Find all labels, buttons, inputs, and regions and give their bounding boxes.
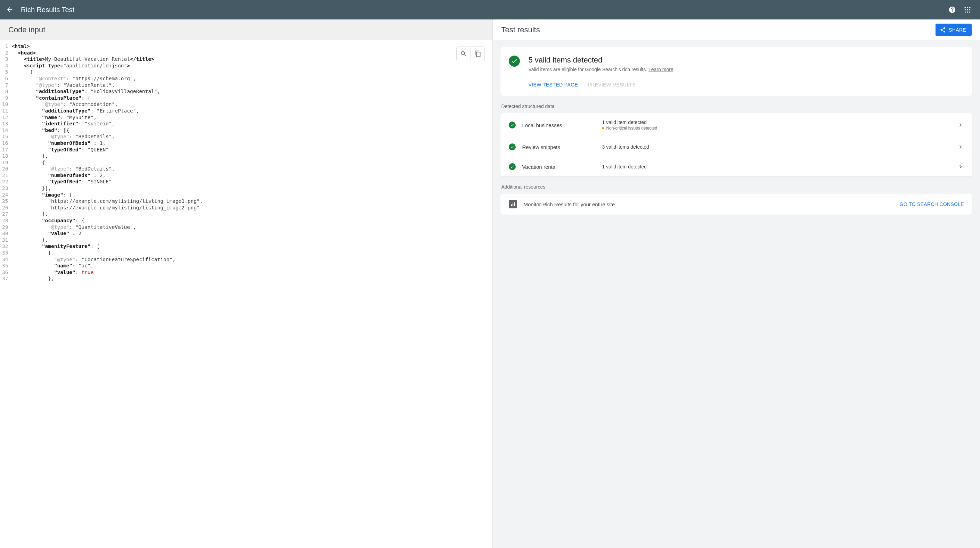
resource-card: Monitor Rich Results for your entire sit… [500, 194, 972, 214]
go-to-console-button[interactable]: GO TO SEARCH CONSOLE [900, 202, 964, 207]
code-panel: Code input 12345678910111213141516171819… [0, 19, 493, 548]
line-gutter: 1234567891011121314151617181920212223242… [0, 43, 11, 282]
detected-row[interactable]: Local businesses1 valid item detectedNon… [500, 113, 972, 137]
view-tested-page-button[interactable]: VIEW TESTED PAGE [528, 82, 578, 87]
svg-rect-10 [512, 203, 513, 206]
chevron-right-icon [957, 143, 964, 150]
share-icon [940, 27, 946, 33]
success-badge [509, 56, 520, 67]
code-editor[interactable]: 1234567891011121314151617181920212223242… [0, 40, 492, 548]
copy-icon [474, 50, 481, 57]
search-icon [460, 50, 467, 57]
row-check-icon [509, 143, 516, 150]
apps-icon [964, 6, 971, 13]
code-toolbar [456, 46, 485, 61]
code-panel-title: Code input [8, 25, 45, 34]
svg-point-0 [965, 7, 966, 8]
apps-button[interactable] [961, 3, 974, 17]
help-icon [948, 6, 956, 14]
help-button[interactable] [945, 3, 959, 17]
code-panel-header: Code input [0, 19, 492, 40]
svg-point-4 [967, 9, 968, 10]
results-panel-title: Test results [501, 25, 540, 34]
row-name: Local businesses [522, 122, 602, 128]
svg-point-3 [965, 9, 966, 10]
svg-point-6 [965, 11, 966, 13]
detected-label: Detected structured data [501, 103, 972, 109]
preview-results-button: PREVIEW RESULTS [588, 82, 636, 87]
app-header: Rich Results Test [0, 0, 980, 19]
row-check-icon [509, 163, 516, 170]
summary-subtext: Valid items are eligible for Google Sear… [528, 67, 673, 72]
svg-point-7 [967, 11, 968, 13]
row-name: Vacation rental [522, 164, 602, 170]
app-title: Rich Results Test [21, 6, 74, 14]
results-panel: Test results SHARE 5 valid items detecte… [493, 19, 980, 548]
code-search-button[interactable] [457, 47, 471, 61]
learn-more-link[interactable]: Learn more [649, 67, 673, 72]
detected-row[interactable]: Vacation rental1 valid item detected [500, 157, 972, 176]
additional-label: Additional resources [501, 184, 972, 190]
summary-heading: 5 valid items detected [528, 56, 673, 65]
share-label: SHARE [949, 27, 966, 33]
code-content[interactable]: <html> <head> <title>My Beautiful Vacati… [11, 43, 492, 282]
detected-row[interactable]: Review snippets3 valid items detected [500, 137, 972, 157]
svg-rect-9 [511, 205, 512, 206]
chevron-right-icon [957, 163, 964, 170]
share-button[interactable]: SHARE [935, 24, 972, 36]
summary-card: 5 valid items detected Valid items are e… [500, 47, 972, 96]
svg-point-8 [969, 11, 970, 13]
results-panel-header: Test results SHARE [493, 19, 980, 40]
back-button[interactable] [6, 6, 14, 14]
check-icon [511, 58, 518, 65]
code-copy-button[interactable] [471, 47, 484, 61]
arrow-left-icon [6, 6, 14, 14]
analytics-icon [509, 200, 517, 208]
detected-list: Local businesses1 valid item detectedNon… [500, 113, 972, 176]
chevron-right-icon [957, 122, 964, 129]
row-name: Review snippets [522, 144, 602, 150]
svg-rect-11 [514, 202, 515, 206]
row-status: 1 valid item detected [602, 119, 957, 125]
resource-text: Monitor Rich Results for your entire sit… [523, 202, 615, 207]
svg-point-2 [969, 7, 970, 8]
svg-point-1 [967, 7, 968, 8]
svg-point-5 [969, 9, 970, 10]
row-check-icon [509, 122, 516, 129]
row-status: 1 valid item detected [602, 164, 957, 170]
row-status: 3 valid items detected [602, 144, 957, 150]
